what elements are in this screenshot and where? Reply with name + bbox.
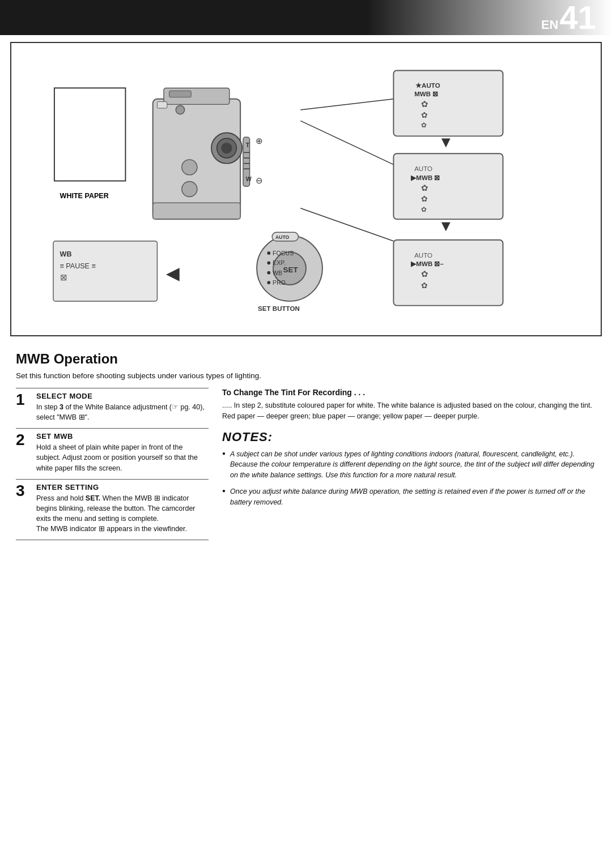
svg-point-7 — [182, 181, 197, 196]
step-2-heading: SET MWB — [36, 432, 206, 441]
svg-text:AUTO: AUTO — [414, 252, 432, 259]
change-tint-section: To Change The Tint For Recording . . . .… — [222, 388, 596, 422]
svg-text:✿: ✿ — [421, 112, 428, 120]
svg-text:⊕: ⊕ — [256, 136, 263, 146]
svg-point-59 — [267, 281, 270, 284]
svg-rect-8 — [169, 91, 192, 97]
step-1: 1 SELECT MODE In step 3 of the White Bal… — [16, 388, 209, 428]
page-number-area: EN 41 — [541, 1, 596, 34]
svg-text:▼: ▼ — [439, 134, 454, 151]
svg-point-5 — [221, 143, 232, 153]
diagram-container: WHITE PAPER T W — [10, 42, 602, 336]
change-tint-body: ..... In step 2, substitute coloured pap… — [222, 400, 596, 422]
section-title: MWB Operation — [16, 351, 596, 367]
step-1-content: SELECT MODE In step 3 of the White Balan… — [34, 388, 209, 428]
svg-rect-0 — [54, 88, 126, 181]
step-2: 2 SET MWB Hold a sheet of plain white pa… — [16, 428, 209, 478]
svg-text:W: W — [246, 176, 252, 182]
svg-text:MWB ⊠: MWB ⊠ — [414, 91, 438, 97]
two-column-layout: 1 SELECT MODE In step 3 of the White Bal… — [16, 388, 596, 540]
svg-rect-10 — [157, 102, 167, 109]
svg-text:★AUTO: ★AUTO — [415, 82, 440, 89]
notes-section: NOTES: A subject can be shot under vario… — [222, 430, 596, 508]
svg-text:▶MWB ⊠: ▶MWB ⊠ — [411, 174, 440, 181]
page-number: 41 — [559, 1, 596, 34]
svg-rect-24 — [393, 71, 503, 136]
svg-rect-11 — [153, 203, 240, 219]
step-3-content: ENTER SETTING Press and hold SET. When t… — [34, 480, 209, 540]
svg-text:AUTO: AUTO — [414, 165, 432, 172]
white-paper-label: WHITE PAPER — [60, 192, 109, 200]
change-tint-title: To Change The Tint For Recording . . . — [222, 388, 596, 397]
svg-text:✿: ✿ — [421, 195, 428, 203]
step-3-number: 3 — [16, 480, 34, 540]
svg-text:SET: SET — [283, 266, 298, 274]
svg-point-6 — [182, 160, 197, 175]
svg-text:◀: ◀ — [166, 263, 180, 283]
svg-line-22 — [300, 121, 393, 164]
svg-text:FOCUS: FOCUS — [273, 250, 294, 256]
step-3-heading: ENTER SETTING — [36, 483, 206, 491]
svg-text:✿: ✿ — [421, 99, 428, 109]
right-column: To Change The Tint For Recording . . . .… — [222, 388, 596, 513]
svg-text:✿: ✿ — [421, 183, 428, 193]
camera-body: T W ⊕ ⊖ — [153, 88, 263, 219]
content-area: MWB Operation Set this function before s… — [0, 343, 612, 551]
header-bar: EN 41 — [0, 0, 612, 35]
diagram-svg: WHITE PAPER T W — [22, 53, 590, 325]
svg-text:WB: WB — [60, 250, 72, 258]
svg-point-57 — [267, 271, 270, 275]
svg-text:✿: ✿ — [421, 206, 427, 213]
en-label: EN — [541, 18, 559, 32]
svg-text:AUTO: AUTO — [275, 234, 290, 240]
step-1-number: 1 — [16, 388, 34, 428]
svg-text:▶MWB ⊠–: ▶MWB ⊠– — [411, 260, 444, 267]
svg-text:PRO: PRO — [273, 279, 286, 286]
step-2-content: SET MWB Hold a sheet of plain white pape… — [34, 429, 209, 478]
step-1-body: In step 3 of the White Balance adjustmen… — [36, 402, 206, 422]
svg-text:WB: WB — [273, 270, 282, 276]
svg-rect-38 — [393, 240, 503, 306]
intro-text: Set this function before shooting subjec… — [16, 371, 596, 380]
svg-text:✿: ✿ — [421, 122, 427, 129]
svg-text:⊠: ⊠ — [60, 272, 67, 282]
svg-text:≡ PAUSE ≡: ≡ PAUSE ≡ — [60, 262, 96, 270]
notes-heading: NOTES: — [222, 430, 596, 444]
note-item-2: Once you adjust white balance during MWB… — [222, 486, 596, 508]
svg-point-53 — [267, 251, 270, 255]
svg-point-9 — [176, 105, 184, 114]
step-3: 3 ENTER SETTING Press and hold SET. When… — [16, 479, 209, 541]
svg-line-23 — [300, 208, 393, 241]
svg-text:⊖: ⊖ — [256, 176, 263, 185]
step-1-heading: SELECT MODE — [36, 392, 206, 400]
svg-text:▼: ▼ — [439, 217, 454, 234]
svg-rect-31 — [393, 153, 503, 219]
steps-column: 1 SELECT MODE In step 3 of the White Bal… — [16, 388, 209, 540]
step-3-body: Press and hold SET. When the MWB ⊞ indic… — [36, 493, 206, 535]
svg-point-55 — [267, 261, 270, 264]
svg-text:T: T — [246, 142, 250, 148]
note-item-1: A subject can be shot under various type… — [222, 449, 596, 481]
svg-line-21 — [300, 99, 393, 110]
step-2-body: Hold a sheet of plain white paper in fro… — [36, 442, 206, 473]
svg-text:✿: ✿ — [421, 281, 428, 290]
svg-text:EXP.: EXP. — [273, 259, 286, 266]
svg-text:✿: ✿ — [421, 269, 428, 279]
step-2-number: 2 — [16, 429, 34, 478]
svg-text:SET BUTTON: SET BUTTON — [258, 305, 300, 312]
